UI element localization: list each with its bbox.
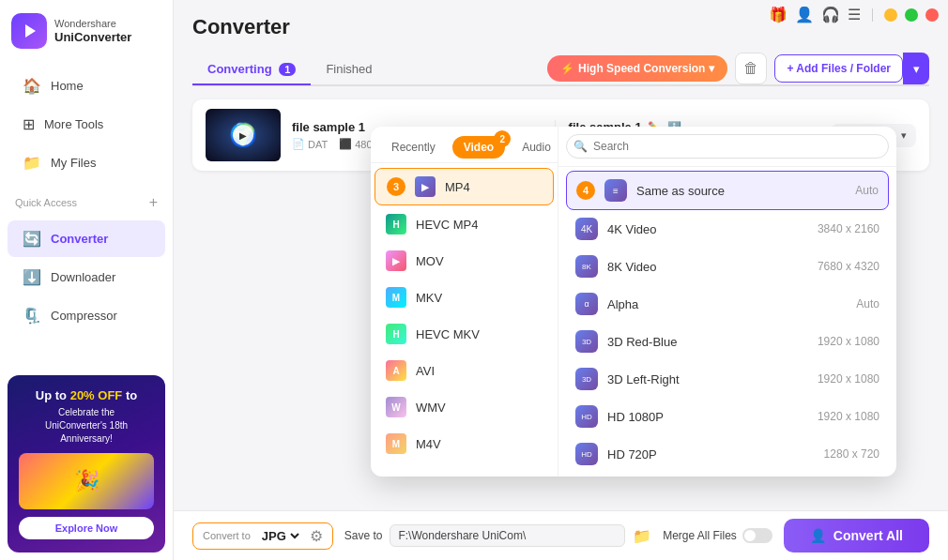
add-quick-access-icon[interactable]: + [149,194,158,211]
save-path-display: F:\Wondershare UniCom\ [390,524,625,547]
format-item-wmv[interactable]: W WMV [375,389,554,425]
format-dropdown: Recently 2 Video Audio Image Device [371,127,896,477]
promo-title: Up to 20% OFF to [19,388,154,402]
source-format: 📄 DAT [292,138,328,150]
app-name: Wondershare UniConverter [54,18,131,45]
user-icon[interactable]: 👤 [795,6,814,23]
format-select[interactable]: JPG [258,528,302,544]
format-list-panel: Recently 2 Video Audio Image Device [371,127,558,477]
format-item-avi[interactable]: A AVI [375,353,554,388]
close-button[interactable] [925,8,939,22]
wmv-format-icon: W [386,397,406,417]
merge-row: Merge All Files [663,528,772,543]
hevc-mkv-format-icon: H [386,324,406,344]
step-badge-4: 4 [576,181,595,200]
save-to-row: Save to F:\Wondershare UniCom\ 📁 [344,524,651,547]
hd-1080p-quality-icon: HD [575,405,598,428]
search-icon: 🔍 [573,140,588,153]
convert-to-label: Convert to [203,530,251,541]
mp4-format-icon: ▶ [415,176,436,197]
4k-quality-icon: 4K [575,218,598,240]
quality-item-8k[interactable]: 8K 8K Video 7680 x 4320 [566,248,889,285]
3d-red-blue-quality-icon: 3D [575,330,598,353]
quality-item-alpha[interactable]: α Alpha Auto [566,285,889,323]
format-tab-audio[interactable]: Audio [511,136,562,159]
main-area: 🎁 👤 🎧 ☰ Converter Converting 1 Finished … [174,0,948,560]
format-item-mkv[interactable]: M MKV [375,280,554,315]
format-tab-recently[interactable]: Recently [380,136,447,159]
format-tab-video[interactable]: 2 Video [452,136,505,159]
search-input[interactable] [566,134,889,159]
sidebar-item-more-tools[interactable]: ⊞ More Tools [8,106,165,143]
bottom-bar: Convert to JPG ⚙ Save to F:\Wondershare … [174,510,948,560]
3d-left-right-quality-icon: 3D [575,368,598,390]
converting-count: 1 [279,63,296,76]
hevc-mp4-format-icon: H [386,214,406,235]
alpha-quality-icon: α [575,293,598,315]
sidebar-item-downloader[interactable]: ⬇️ Downloader [8,259,165,295]
high-speed-button[interactable]: ⚡ High Speed Conversion ▾ [547,55,727,82]
tab-finished[interactable]: Finished [311,54,387,83]
file-thumbnail[interactable]: 🌍 ▶ [206,109,281,161]
format-settings-button[interactable]: ⚙ [310,527,323,545]
sidebar-item-my-files-label: My Files [51,156,96,170]
sidebar-item-more-tools-label: More Tools [44,117,103,131]
promo-banner: Up to 20% OFF to Celebrate theUniConvert… [8,375,165,552]
headphones-icon[interactable]: 🎧 [821,6,840,23]
add-files-group: + Add Files / Folder ▾ [774,53,929,84]
sidebar-item-my-files[interactable]: 📁 My Files [8,144,165,181]
quality-item-hd-720p[interactable]: HD HD 720P 1280 x 720 [566,435,889,473]
step-badge-3: 3 [387,177,405,196]
tab-bar: Converting 1 Finished ⚡ High Speed Conve… [192,53,929,86]
sidebar: Wondershare UniConverter 🏠 Home ⊞ More T… [0,0,174,560]
explore-now-button[interactable]: Explore Now [19,517,154,539]
quality-item-3d-red-blue[interactable]: 3D 3D Red-Blue 1920 x 1080 [566,323,889,360]
downloader-icon: ⬇️ [23,268,41,286]
format-item-hevc-mkv[interactable]: H HEVC MKV [375,316,554,352]
format-item-mov[interactable]: ▶ MOV [375,243,554,279]
format-item-hevc-mp4[interactable]: H HEVC MP4 [375,206,554,242]
avi-format-icon: A [386,360,406,381]
sidebar-item-home[interactable]: 🏠 Home [8,68,165,104]
sidebar-item-downloader-label: Downloader [51,270,115,284]
format-tabs-header: Recently 2 Video Audio Image Device [371,127,558,163]
hd-720p-quality-icon: HD [575,443,598,465]
play-button-overlay[interactable]: ▶ [233,125,253,145]
quality-search: 🔍 [558,127,896,167]
save-to-label: Save to [344,529,383,542]
quality-list: 4 ≡ Same as source Auto 4K 4K Video 3840… [558,167,896,477]
browse-folder-button[interactable]: 📁 [633,527,651,545]
more-tools-icon: ⊞ [23,115,35,133]
merge-toggle[interactable] [742,528,772,543]
sidebar-item-converter-label: Converter [51,232,108,246]
quality-item-hd-1080p[interactable]: HD HD 1080P 1920 x 1080 [566,398,889,435]
app-logo-icon [11,13,47,49]
quality-item-4k[interactable]: 4K 4K Video 3840 x 2160 [566,210,889,248]
format-item-m4v[interactable]: M M4V [375,426,554,462]
home-icon: 🏠 [23,77,41,95]
add-files-dropdown-button[interactable]: ▾ [903,53,929,84]
minimize-button[interactable] [884,8,897,22]
add-files-button[interactable]: + Add Files / Folder [774,54,903,83]
quality-item-3d-left-right[interactable]: 3D 3D Left-Right 1920 x 1080 [566,360,889,398]
main-content: Converter Converting 1 Finished ⚡ High S… [174,0,948,510]
format-icon: 📄 [292,138,305,150]
quality-item-same-as-source[interactable]: 4 ≡ Same as source Auto [566,171,889,210]
main-nav: 🏠 Home ⊞ More Tools 📁 My Files [0,62,173,187]
8k-quality-icon: 8K [575,255,598,278]
sidebar-item-compressor[interactable]: 🗜️ Compressor [8,297,165,334]
format-list: 3 ▶ MP4 H HEVC MP4 ▶ MOV M MKV [371,163,558,477]
sidebar-item-converter[interactable]: 🔄 Converter [8,220,165,257]
maximize-button[interactable] [905,8,918,22]
delete-button[interactable]: 🗑 [735,53,767,84]
gift-icon[interactable]: 🎁 [769,6,787,23]
promo-subtitle: Celebrate theUniConverter's 18thAnnivers… [19,406,154,446]
menu-icon[interactable]: ☰ [848,6,861,23]
tab-converting[interactable]: Converting 1 [192,54,311,83]
format-item-mp4[interactable]: 3 ▶ MP4 [375,168,554,205]
promo-image: 🎉 [19,453,154,509]
quality-list-panel: 🔍 4 ≡ Same as source Auto 4K 4K Video [558,127,896,477]
my-files-icon: 📁 [23,154,41,172]
same-as-source-quality-icon: ≡ [604,179,627,202]
convert-all-button[interactable]: 👤 Convert All [784,519,929,552]
